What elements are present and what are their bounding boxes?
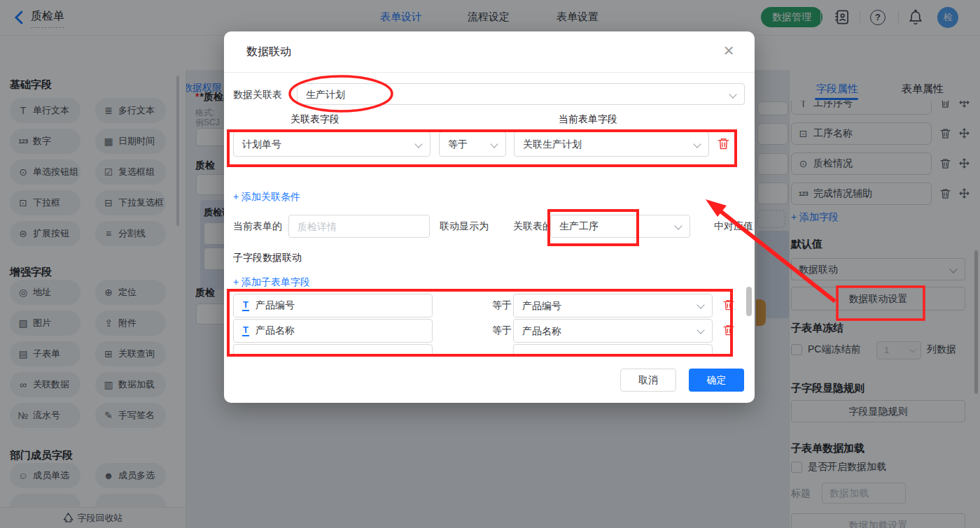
add-condition-link[interactable]: + 添加关联条件 bbox=[233, 191, 300, 204]
close-icon[interactable]: × bbox=[718, 40, 739, 62]
modal-scrollbar[interactable] bbox=[746, 287, 752, 316]
delete-subfield-icon[interactable] bbox=[723, 299, 734, 313]
subfield-right-select[interactable] bbox=[513, 344, 713, 357]
modal-header-divider bbox=[224, 72, 755, 73]
chevron-down-icon bbox=[696, 326, 704, 334]
subfield-right-select[interactable]: 产品名称 bbox=[513, 319, 713, 343]
relation-table-label: 数据关联表 bbox=[233, 89, 282, 101]
subfield-left-box[interactable]: T产品编号 bbox=[233, 294, 433, 317]
subfield-row-list: T产品编号 等于 产品编号 T产品名称 等于 产品名称 bbox=[233, 294, 745, 357]
subfield-op-label: 等于 bbox=[492, 324, 512, 337]
data-linkage-modal: 数据联动 × 数据关联表 生产计划 关联表字段 当前表单字段 计划单号 等于 关… bbox=[224, 31, 755, 403]
chevron-down-icon bbox=[693, 140, 701, 148]
relation-table-value: 生产计划 bbox=[306, 89, 345, 100]
single-text-icon: T bbox=[242, 300, 249, 311]
subfield-left-box[interactable]: T产品名称 bbox=[233, 319, 433, 343]
condition-field-value: 计划单号 bbox=[242, 138, 281, 150]
display-prefix-label: 当前表单的 bbox=[233, 220, 282, 233]
add-subfield-link[interactable]: + 添加子表单字段 bbox=[233, 276, 310, 289]
relation-field-value: 生产工序 bbox=[559, 220, 598, 231]
condition-operator-value: 等于 bbox=[448, 138, 468, 150]
condition-field-select[interactable]: 计划单号 bbox=[233, 131, 430, 157]
subfield-right-select[interactable]: 产品编号 bbox=[513, 294, 713, 317]
delete-condition-icon[interactable] bbox=[718, 137, 729, 152]
subfield-right-value: 产品编号 bbox=[522, 300, 561, 311]
display-field-input[interactable] bbox=[288, 215, 430, 238]
column-header-left: 关联表字段 bbox=[266, 113, 364, 126]
chevron-down-icon bbox=[674, 222, 682, 229]
relation-table-select[interactable]: 生产计划 bbox=[297, 83, 745, 105]
chevron-down-icon bbox=[729, 90, 736, 98]
single-text-icon: T bbox=[242, 325, 249, 336]
delete-subfield-icon[interactable] bbox=[723, 324, 734, 338]
chevron-down-icon bbox=[490, 140, 498, 148]
column-header-right: 当前表单字段 bbox=[532, 113, 644, 126]
subfield-right-value: 产品名称 bbox=[522, 325, 561, 336]
display-as-label: 联动显示为 bbox=[440, 220, 489, 233]
condition-target-value: 关联生产计划 bbox=[523, 138, 582, 150]
cancel-button[interactable]: 取消 bbox=[620, 369, 676, 392]
confirm-button[interactable]: 确定 bbox=[689, 369, 744, 392]
modal-title: 数据联动 bbox=[246, 45, 291, 59]
subfield-left-value: 产品名称 bbox=[255, 324, 295, 337]
condition-target-select[interactable]: 关联生产计划 bbox=[514, 131, 709, 157]
subfield-op-label: 等于 bbox=[492, 299, 512, 312]
condition-operator-select[interactable]: 等于 bbox=[439, 131, 506, 157]
subfield-left-value: 产品编号 bbox=[255, 299, 295, 312]
subfield-linkage-title: 子字段数据联动 bbox=[233, 252, 302, 264]
chevron-down-icon bbox=[414, 140, 422, 148]
relation-field-select[interactable]: 生产工序 bbox=[550, 215, 690, 238]
subfield-left-box[interactable] bbox=[233, 344, 433, 357]
relation-prefix-label: 关联表的 bbox=[513, 220, 552, 233]
chevron-down-icon bbox=[696, 301, 704, 308]
app-root: 质检单 表单设计 流程设定 表单设置 数据管理 ? 检 表单外链 后端脚本 数据… bbox=[0, 0, 980, 528]
relation-suffix-label: 中对应值 bbox=[714, 220, 755, 233]
